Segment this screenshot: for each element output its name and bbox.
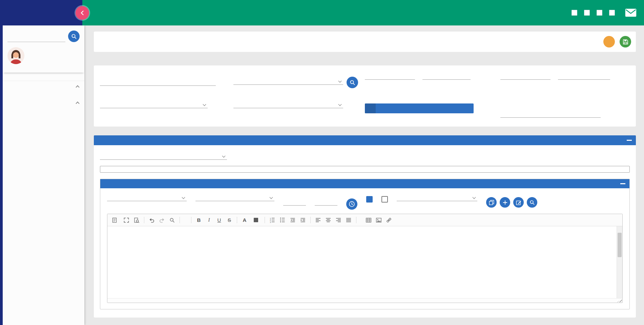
propietario-checkbox[interactable] bbox=[597, 10, 602, 16]
underline-button[interactable]: U bbox=[215, 216, 223, 224]
search-actuacion-button[interactable] bbox=[527, 197, 537, 208]
horas-input[interactable] bbox=[283, 196, 306, 206]
duplicate-button[interactable] bbox=[486, 197, 497, 208]
publica-field bbox=[366, 193, 373, 203]
ans-field bbox=[233, 72, 365, 88]
minutos-input[interactable] bbox=[315, 196, 337, 206]
blockquote-button[interactable] bbox=[360, 218, 362, 222]
ans-search-button[interactable] bbox=[347, 77, 358, 88]
respuesta-ans-date[interactable] bbox=[365, 77, 415, 80]
respuesta-ans-field bbox=[365, 72, 500, 88]
historial-section: B I U S A 123 bbox=[94, 135, 636, 318]
close-button[interactable] bbox=[603, 36, 615, 47]
publica-checkbox[interactable] bbox=[366, 196, 373, 203]
sidebar-section-aplicar-plantilla[interactable] bbox=[3, 97, 84, 108]
strikethrough-button[interactable]: S bbox=[226, 216, 233, 224]
toolbar-separator bbox=[144, 217, 144, 223]
strikethrough-icon: S bbox=[227, 217, 232, 223]
titulo-input[interactable] bbox=[100, 77, 216, 86]
clock-icon bbox=[349, 201, 355, 207]
outdent-button[interactable] bbox=[289, 217, 296, 224]
contact-search-input[interactable] bbox=[7, 33, 65, 42]
tab-actions bbox=[603, 36, 631, 47]
find-button[interactable] bbox=[168, 217, 176, 224]
edit-button[interactable] bbox=[513, 197, 524, 208]
image-button[interactable] bbox=[375, 217, 382, 224]
send-mail-button[interactable] bbox=[625, 8, 637, 17]
contact-search-row bbox=[7, 31, 80, 42]
fecha-prevista-input[interactable] bbox=[500, 109, 601, 118]
estado-select[interactable] bbox=[100, 103, 208, 108]
main-content: B I U S A 123 bbox=[84, 25, 644, 325]
resolucion-ans-date[interactable] bbox=[500, 77, 550, 80]
ordered-list-button[interactable]: 123 bbox=[269, 216, 276, 224]
solucion-checkbox[interactable] bbox=[381, 196, 388, 203]
indent-button[interactable] bbox=[299, 217, 307, 224]
align-left-button[interactable] bbox=[314, 217, 322, 224]
underline-icon: U bbox=[216, 217, 222, 223]
sidebar-section-ticket[interactable] bbox=[3, 81, 84, 92]
horas-field bbox=[283, 193, 306, 206]
link-button[interactable] bbox=[385, 217, 393, 224]
copy-icon bbox=[489, 200, 494, 205]
preview-button[interactable] bbox=[133, 217, 140, 224]
solucion-field bbox=[381, 193, 388, 203]
align-center-button[interactable] bbox=[325, 217, 332, 224]
scroll-up-button[interactable] bbox=[617, 226, 623, 232]
respuesta-ans-duration[interactable] bbox=[422, 77, 471, 80]
bold-button[interactable]: B bbox=[195, 216, 203, 224]
undo-button[interactable] bbox=[148, 217, 155, 224]
resize-handle-icon[interactable] bbox=[617, 299, 622, 302]
app-header bbox=[0, 0, 644, 25]
editor-scrollbar bbox=[617, 226, 622, 298]
collapse-historial-button[interactable] bbox=[627, 140, 632, 141]
respuestas-rapidas-select[interactable] bbox=[397, 196, 477, 201]
source-button[interactable] bbox=[111, 217, 120, 224]
editor-content[interactable] bbox=[107, 226, 622, 298]
contact-search-button[interactable] bbox=[68, 31, 80, 42]
table-button[interactable] bbox=[365, 217, 372, 224]
save-button[interactable] bbox=[620, 36, 631, 47]
chevron-down-icon bbox=[270, 196, 273, 199]
indent-icon bbox=[300, 217, 306, 223]
font-size-select[interactable] bbox=[184, 219, 187, 221]
undo-icon bbox=[149, 217, 154, 223]
scrollbar-thumb[interactable] bbox=[618, 233, 622, 257]
maximize-button[interactable] bbox=[123, 217, 130, 224]
edit-icon bbox=[516, 200, 521, 205]
cc-checkbox[interactable] bbox=[609, 10, 615, 16]
ans-select[interactable] bbox=[233, 80, 343, 85]
global-toggle[interactable] bbox=[365, 103, 474, 113]
back-button[interactable] bbox=[76, 6, 89, 20]
resolucion-ans-duration[interactable] bbox=[558, 77, 610, 80]
chevron-down-icon bbox=[338, 103, 342, 106]
add-button[interactable] bbox=[500, 197, 510, 208]
align-center-icon bbox=[326, 217, 331, 223]
text-color-button[interactable]: A bbox=[241, 216, 250, 224]
rol-field bbox=[195, 193, 274, 201]
notify-area bbox=[566, 8, 637, 17]
rol-select[interactable] bbox=[195, 196, 274, 201]
align-right-button[interactable] bbox=[335, 217, 342, 224]
scroll-down-button[interactable] bbox=[617, 292, 623, 298]
sidebar-item-imprimir[interactable] bbox=[3, 92, 84, 97]
collapse-actuacion-button[interactable] bbox=[620, 183, 625, 184]
contacto-checkbox[interactable] bbox=[572, 10, 577, 16]
asignado-checkbox[interactable] bbox=[584, 10, 590, 16]
bg-color-button[interactable] bbox=[253, 217, 261, 223]
italic-button[interactable]: I bbox=[205, 216, 213, 224]
unordered-list-button[interactable] bbox=[279, 216, 286, 224]
tipos-select[interactable] bbox=[100, 155, 227, 160]
align-right-icon bbox=[336, 217, 341, 223]
prioridad-select[interactable] bbox=[233, 103, 343, 108]
outdent-icon bbox=[290, 217, 295, 223]
chevron-up-icon bbox=[76, 85, 79, 89]
align-justify-button[interactable] bbox=[345, 217, 352, 224]
ticket-header-bar bbox=[82, 0, 644, 25]
search-icon bbox=[169, 217, 175, 223]
redo-button[interactable] bbox=[158, 217, 166, 224]
timer-button[interactable] bbox=[346, 198, 357, 210]
actuacion-actions bbox=[486, 197, 537, 208]
global-field bbox=[365, 99, 500, 118]
tipo-actuacion-select[interactable] bbox=[107, 196, 187, 201]
